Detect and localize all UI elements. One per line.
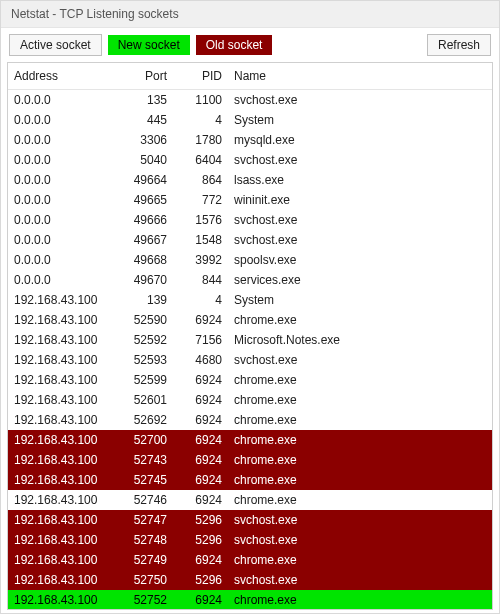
cell-name: chrome.exe — [228, 450, 492, 470]
cell-address: 0.0.0.0 — [8, 130, 118, 150]
table-row[interactable]: 0.0.0.0496683992spoolsv.exe — [8, 250, 492, 270]
table-row[interactable]: 192.168.43.100526926924chrome.exe — [8, 410, 492, 430]
cell-name: System — [228, 110, 492, 130]
cell-pid: 5296 — [173, 510, 228, 530]
cell-name: svchost.exe — [228, 350, 492, 370]
table-row[interactable]: 0.0.0.049664864lsass.exe — [8, 170, 492, 190]
header-address[interactable]: Address — [8, 63, 118, 90]
cell-port: 49665 — [118, 190, 173, 210]
cell-address: 192.168.43.100 — [8, 390, 118, 410]
cell-name: svchost.exe — [228, 230, 492, 250]
cell-name: svchost.exe — [228, 570, 492, 590]
cell-name: svchost.exe — [228, 510, 492, 530]
table-row[interactable]: 192.168.43.100527466924chrome.exe — [8, 490, 492, 510]
active-socket-button[interactable]: Active socket — [9, 34, 102, 56]
cell-pid: 3992 — [173, 250, 228, 270]
cell-port: 52590 — [118, 310, 173, 330]
cell-port: 135 — [118, 90, 173, 111]
table-row[interactable]: 0.0.0.0496671548svchost.exe — [8, 230, 492, 250]
table-row[interactable]: 192.168.43.100527496924chrome.exe — [8, 550, 492, 570]
table-row[interactable]: 0.0.0.050406404svchost.exe — [8, 150, 492, 170]
cell-address: 0.0.0.0 — [8, 270, 118, 290]
cell-address: 192.168.43.100 — [8, 510, 118, 530]
cell-port: 5040 — [118, 150, 173, 170]
cell-pid: 6924 — [173, 590, 228, 610]
cell-name: svchost.exe — [228, 210, 492, 230]
refresh-button[interactable]: Refresh — [427, 34, 491, 56]
cell-port: 3306 — [118, 130, 173, 150]
cell-port: 52593 — [118, 350, 173, 370]
cell-port: 52745 — [118, 470, 173, 490]
cell-address: 192.168.43.100 — [8, 590, 118, 610]
cell-port: 445 — [118, 110, 173, 130]
cell-name: chrome.exe — [228, 410, 492, 430]
cell-address: 0.0.0.0 — [8, 230, 118, 250]
table-row[interactable]: 0.0.0.049665772wininit.exe — [8, 190, 492, 210]
table-row[interactable]: 192.168.43.100526016924chrome.exe — [8, 390, 492, 410]
cell-name: svchost.exe — [228, 150, 492, 170]
cell-pid: 6404 — [173, 150, 228, 170]
table-row[interactable]: 0.0.0.0496661576svchost.exe — [8, 210, 492, 230]
cell-address: 0.0.0.0 — [8, 250, 118, 270]
cell-pid: 844 — [173, 270, 228, 290]
header-port[interactable]: Port — [118, 63, 173, 90]
table-row[interactable]: 192.168.43.1001394System — [8, 290, 492, 310]
table-row[interactable]: 192.168.43.100525906924chrome.exe — [8, 310, 492, 330]
cell-port: 52692 — [118, 410, 173, 430]
cell-name: chrome.exe — [228, 550, 492, 570]
cell-address: 0.0.0.0 — [8, 170, 118, 190]
table-header-row: Address Port PID Name — [8, 63, 492, 90]
cell-port: 52700 — [118, 430, 173, 450]
cell-address: 192.168.43.100 — [8, 290, 118, 310]
cell-port: 49667 — [118, 230, 173, 250]
cell-pid: 4 — [173, 110, 228, 130]
cell-port: 49666 — [118, 210, 173, 230]
cell-port: 52599 — [118, 370, 173, 390]
cell-name: chrome.exe — [228, 490, 492, 510]
cell-port: 52592 — [118, 330, 173, 350]
table-row[interactable]: 192.168.43.100527475296svchost.exe — [8, 510, 492, 530]
cell-name: spoolsv.exe — [228, 250, 492, 270]
table-row[interactable]: 192.168.43.100527436924chrome.exe — [8, 450, 492, 470]
cell-name: mysqld.exe — [228, 130, 492, 150]
cell-port: 52752 — [118, 590, 173, 610]
cell-pid: 1780 — [173, 130, 228, 150]
cell-address: 192.168.43.100 — [8, 530, 118, 550]
table-row[interactable]: 192.168.43.100525996924chrome.exe — [8, 370, 492, 390]
cell-address: 192.168.43.100 — [8, 310, 118, 330]
window-title: Netstat - TCP Listening sockets — [1, 1, 499, 28]
table-row[interactable]: 192.168.43.100527505296svchost.exe — [8, 570, 492, 590]
cell-port: 52743 — [118, 450, 173, 470]
table-row[interactable]: 0.0.0.033061780mysqld.exe — [8, 130, 492, 150]
table-row[interactable]: 0.0.0.049670844services.exe — [8, 270, 492, 290]
table-row[interactable]: 192.168.43.100525927156Microsoft.Notes.e… — [8, 330, 492, 350]
cell-port: 52748 — [118, 530, 173, 550]
cell-pid: 1576 — [173, 210, 228, 230]
cell-name: svchost.exe — [228, 530, 492, 550]
table-row[interactable]: 192.168.43.100527485296svchost.exe — [8, 530, 492, 550]
cell-address: 192.168.43.100 — [8, 350, 118, 370]
cell-pid: 1548 — [173, 230, 228, 250]
table-row[interactable]: 0.0.0.04454System — [8, 110, 492, 130]
cell-address: 192.168.43.100 — [8, 550, 118, 570]
cell-pid: 7156 — [173, 330, 228, 350]
cell-pid: 6924 — [173, 450, 228, 470]
table-row[interactable]: 192.168.43.100527006924chrome.exe — [8, 430, 492, 450]
cell-pid: 6924 — [173, 410, 228, 430]
table-row[interactable]: 192.168.43.100527456924chrome.exe — [8, 470, 492, 490]
cell-port: 52749 — [118, 550, 173, 570]
cell-pid: 6924 — [173, 490, 228, 510]
cell-pid: 6924 — [173, 310, 228, 330]
cell-address: 192.168.43.100 — [8, 570, 118, 590]
header-name[interactable]: Name — [228, 63, 492, 90]
table-row[interactable]: 0.0.0.01351100svchost.exe — [8, 90, 492, 111]
table-row[interactable]: 192.168.43.100525934680svchost.exe — [8, 350, 492, 370]
cell-port: 49670 — [118, 270, 173, 290]
cell-port: 49664 — [118, 170, 173, 190]
socket-table-container[interactable]: Address Port PID Name 0.0.0.01351100svch… — [7, 62, 493, 610]
cell-name: chrome.exe — [228, 370, 492, 390]
table-row[interactable]: 192.168.43.100527526924chrome.exe — [8, 590, 492, 610]
legend-old-socket: Old socket — [196, 35, 273, 55]
cell-pid: 6924 — [173, 550, 228, 570]
header-pid[interactable]: PID — [173, 63, 228, 90]
